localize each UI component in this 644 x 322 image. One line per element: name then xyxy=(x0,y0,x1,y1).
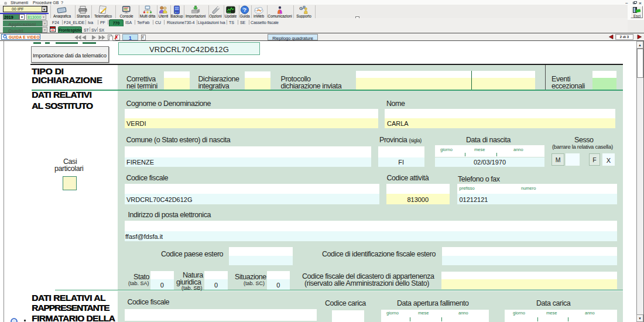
svg-text:?: ? xyxy=(243,6,246,13)
